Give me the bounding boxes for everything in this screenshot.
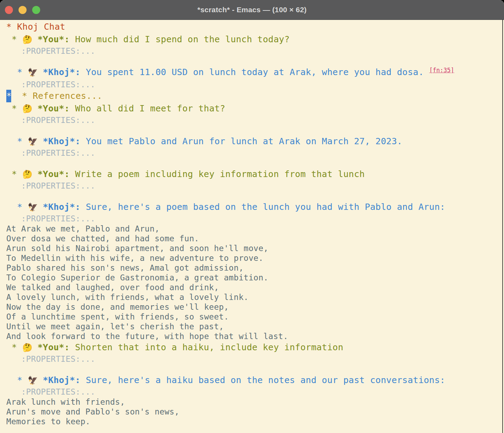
khoj-speaker-label: *Khoj*:: [43, 136, 80, 146]
message-body-text: Memories to keep.: [6, 417, 91, 426]
message-body-text: And look forward to the future, with hop…: [6, 332, 288, 341]
blank-line: [6, 126, 11, 135]
buffer-line-props: :PROPERTIES:...: [6, 46, 504, 56]
buffer-line-khoj: * 🦅 *Khoj*: Sure, here's a poem based on…: [6, 201, 504, 213]
khoj-speaker-label: *Khoj*:: [43, 375, 80, 385]
buffer-line-body: And look forward to the future, with hop…: [6, 331, 504, 341]
blank-line: [6, 191, 11, 200]
eagle-emoji: 🦅: [28, 203, 43, 212]
spacer: [424, 67, 429, 77]
eagle-emoji: 🦅: [28, 376, 43, 385]
text-cursor: *: [6, 90, 11, 102]
buffer-line-body: Of a lunchtime spent, with friends, so s…: [6, 312, 504, 322]
thinking-face-emoji: 🤔: [22, 35, 37, 44]
khoj-message-text: You met Pablo and Arun for lunch at Arak…: [80, 136, 402, 146]
buffer-line-body: We talked and laughed, over food and dri…: [6, 282, 504, 292]
buffer-line-props: :PROPERTIES:...: [6, 354, 504, 364]
emacs-buffer[interactable]: * Khoj Chat * 🤔 *You*: How much did I sp…: [0, 20, 504, 426]
buffer-line-blank: [6, 125, 504, 135]
buffer-line-you: * 🤔 *You*: Shorten that into a haiku, in…: [6, 341, 504, 354]
message-body-text: Arak lunch with friends,: [6, 397, 125, 406]
buffer-line-props: :PROPERTIES:...: [6, 181, 504, 191]
eagle-emoji: 🦅: [28, 137, 43, 146]
footnote-link[interactable]: [fn:35]: [429, 67, 454, 74]
buffer-line-blank: [6, 158, 504, 168]
buffer-line-props: :PROPERTIES:...: [6, 115, 504, 125]
you-message-text: Write a poem including key information f…: [70, 169, 365, 179]
buffer-line-you: * 🤔 *You*: How much did I spend on the l…: [6, 33, 504, 46]
blank-line: [6, 57, 11, 66]
zoom-button[interactable]: [32, 6, 40, 14]
buffer-line-body: At Arak we met, Pablo and Arun,: [6, 224, 504, 234]
org-star-level3: *: [6, 375, 28, 385]
properties-drawer-folded[interactable]: :PROPERTIES:...: [6, 181, 95, 190]
buffer-line-body: Arak lunch with friends,: [6, 397, 504, 407]
buffer-line-blank: [6, 191, 504, 201]
you-speaker-label: *You*:: [37, 34, 70, 44]
buffer-line-props: :PROPERTIES:...: [6, 79, 504, 90]
message-body-text: At Arak we met, Pablo and Arun,: [6, 224, 160, 233]
org-star-references: *: [11, 91, 33, 101]
buffer-line-h1: * Khoj Chat: [6, 21, 504, 33]
buffer-line-blank: [6, 364, 504, 374]
org-star-level2: *: [6, 342, 22, 352]
buffer-line-body: Pablo shared his son's news, Amal got ad…: [6, 263, 504, 273]
message-body-text: To Colegio Superior de Gastronomia, a gr…: [6, 273, 268, 282]
properties-drawer-folded[interactable]: :PROPERTIES:...: [6, 354, 95, 364]
properties-drawer-folded[interactable]: :PROPERTIES:...: [6, 80, 95, 89]
buffer-line-body: To Medellin with his wife, a new adventu…: [6, 253, 504, 263]
traffic-lights: [5, 0, 40, 20]
khoj-message-text: You spent 11.00 USD on lunch today at Ar…: [80, 67, 424, 77]
buffer-line-body: A lovely lunch, with friends, what a lov…: [6, 292, 504, 302]
window-titlebar[interactable]: *scratch* - Emacs — (100 × 62): [0, 0, 504, 20]
properties-drawer-folded[interactable]: :PROPERTIES:...: [6, 148, 95, 157]
buffer-line-you: * 🤔 *You*: Write a poem including key in…: [6, 168, 504, 181]
buffer-line-refs: * * References...: [6, 90, 504, 102]
properties-drawer-folded[interactable]: :PROPERTIES:...: [6, 214, 95, 223]
buffer-line-khoj: * 🦅 *Khoj*: Sure, here's a haiku based o…: [6, 374, 504, 387]
org-star-level3: *: [6, 67, 28, 77]
properties-drawer-folded[interactable]: :PROPERTIES:...: [6, 116, 95, 125]
buffer-line-body: Now the day is done, and memories we'll …: [6, 302, 504, 312]
properties-drawer-folded[interactable]: :PROPERTIES:...: [6, 387, 95, 396]
message-body-text: Of a lunchtime spent, with friends, so s…: [6, 312, 229, 321]
org-star-level2: *: [6, 169, 22, 179]
close-button[interactable]: [5, 6, 13, 14]
message-body-text: We talked and laughed, over food and dri…: [6, 283, 219, 292]
you-speaker-label: *You*:: [37, 103, 70, 113]
properties-drawer-folded[interactable]: :PROPERTIES:...: [6, 46, 95, 56]
buffer-line-props: :PROPERTIES:...: [6, 213, 504, 224]
buffer-line-body: Until we meet again, let's cherish the p…: [6, 322, 504, 331]
org-star-level2: *: [6, 34, 22, 44]
org-star-level1: *: [6, 22, 17, 32]
message-body-text: Pablo shared his son's news, Amal got ad…: [6, 263, 244, 272]
message-body-text: Arun's move and Pablo's son's news,: [6, 407, 179, 416]
buffer-line-body: Over dosa we chatted, and had some fun.: [6, 234, 504, 243]
references-heading-folded[interactable]: References...: [33, 91, 102, 101]
khoj-message-text: Sure, here's a haiku based on the notes …: [80, 375, 445, 385]
emacs-window: *scratch* - Emacs — (100 × 62) * Khoj Ch…: [0, 0, 504, 433]
blank-line: [6, 159, 11, 168]
you-speaker-label: *You*:: [37, 342, 70, 352]
you-speaker-label: *You*:: [37, 169, 70, 179]
buffer-line-body: Arun sold his Nairobi apartment, and soo…: [6, 243, 504, 253]
message-body-text: Until we meet again, let's cherish the p…: [6, 322, 224, 331]
buffer-line-props: :PROPERTIES:...: [6, 148, 504, 158]
khoj-message-text: Sure, here's a poem based on the lunch y…: [80, 202, 445, 212]
buffer-line-props: :PROPERTIES:...: [6, 387, 504, 397]
org-star-level3: *: [6, 202, 28, 212]
message-body-text: Arun sold his Nairobi apartment, and soo…: [6, 244, 268, 253]
thinking-face-emoji: 🤔: [22, 104, 37, 113]
buffer-line-blank: [6, 56, 504, 66]
eagle-emoji: 🦅: [28, 68, 43, 77]
buffer-line-body: Memories to keep.: [6, 417, 504, 426]
buffer-line-body: Arun's move and Pablo's son's news,: [6, 407, 504, 417]
blank-line: [6, 365, 11, 374]
thinking-face-emoji: 🤔: [22, 343, 37, 352]
minimize-button[interactable]: [19, 6, 27, 14]
window-title: *scratch* - Emacs — (100 × 62): [0, 6, 504, 14]
message-body-text: A lovely lunch, with friends, what a lov…: [6, 293, 249, 302]
message-body-text: Over dosa we chatted, and had some fun.: [6, 234, 199, 243]
buffer-line-body: To Colegio Superior de Gastronomia, a gr…: [6, 273, 504, 282]
buffer-line-khoj: * 🦅 *Khoj*: You spent 11.00 USD on lunch…: [6, 66, 504, 79]
